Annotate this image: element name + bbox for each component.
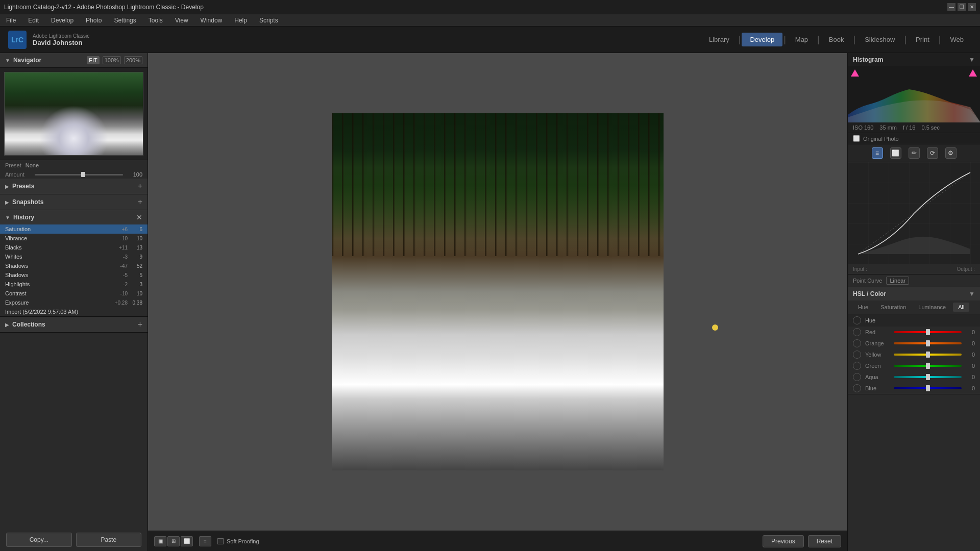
history-item-shadows1[interactable]: Shadows -47 52 bbox=[0, 261, 148, 270]
history-panel: ▼ History ✕ Saturation +6 6 Vibrance -10… bbox=[0, 210, 148, 317]
history-item-blacks-name: Blacks bbox=[5, 244, 110, 251]
hsl-blue-slider[interactable] bbox=[894, 387, 962, 389]
menu-file[interactable]: File bbox=[4, 17, 18, 24]
nav-tab-develop[interactable]: Develop bbox=[742, 33, 782, 46]
history-item-exposure[interactable]: Exposure +0.28 0.38 bbox=[0, 298, 148, 307]
red-eye-tool[interactable]: ⟳ bbox=[927, 147, 938, 159]
tone-curve-canvas[interactable] bbox=[848, 162, 980, 264]
hsl-hue-picker-icon[interactable] bbox=[853, 316, 861, 324]
history-item-blacks-value: 13 bbox=[130, 245, 142, 251]
menu-edit[interactable]: Edit bbox=[26, 17, 41, 24]
hsl-aqua-picker[interactable] bbox=[853, 373, 861, 381]
zoom-fit-button[interactable]: FIT bbox=[87, 56, 100, 64]
grid-view-button[interactable]: ⊞ bbox=[167, 536, 180, 546]
menu-develop[interactable]: Develop bbox=[49, 17, 76, 24]
histogram-clip-left-icon[interactable] bbox=[851, 69, 859, 77]
nav-tab-library[interactable]: Library bbox=[701, 33, 738, 46]
basic-panel-tool[interactable]: ≡ bbox=[872, 147, 883, 159]
zoom-200-button[interactable]: 200% bbox=[124, 56, 142, 64]
previous-button[interactable]: Previous bbox=[763, 535, 804, 547]
histogram-aperture: f / 16 bbox=[903, 124, 915, 131]
hsl-tab-hue[interactable]: Hue bbox=[853, 303, 873, 312]
history-item-whites[interactable]: Whites -3 9 bbox=[0, 252, 148, 261]
navigator-panel: ▼ Navigator FIT 100% 200% bbox=[0, 53, 148, 160]
histogram-header[interactable]: Histogram ▼ bbox=[848, 53, 980, 66]
hsl-aqua-thumb bbox=[926, 374, 930, 380]
menu-help[interactable]: Help bbox=[232, 17, 249, 24]
hsl-tab-all[interactable]: All bbox=[953, 303, 969, 312]
nav-separator-3: | bbox=[817, 34, 820, 45]
nav-tab-book[interactable]: Book bbox=[821, 33, 852, 46]
histogram-collapse-icon: ▼ bbox=[969, 56, 975, 63]
source-label: Original Photo bbox=[863, 136, 899, 142]
filmstrip-button[interactable]: ≡ bbox=[199, 536, 211, 546]
close-button[interactable]: ✕ bbox=[968, 3, 976, 11]
menu-tools[interactable]: Tools bbox=[146, 17, 165, 24]
hsl-orange-picker[interactable] bbox=[853, 339, 861, 347]
navigator-header[interactable]: ▼ Navigator FIT 100% 200% bbox=[0, 53, 148, 68]
nav-tab-map[interactable]: Map bbox=[787, 33, 816, 46]
hsl-yellow-slider[interactable] bbox=[894, 354, 962, 356]
soft-proof-checkbox[interactable] bbox=[217, 538, 224, 544]
menu-photo[interactable]: Photo bbox=[84, 17, 104, 24]
minimize-button[interactable]: — bbox=[947, 3, 955, 11]
history-item-shadows2[interactable]: Shadows -5 5 bbox=[0, 270, 148, 280]
menu-settings[interactable]: Settings bbox=[112, 17, 138, 24]
hsl-collapse-icon[interactable]: ▼ bbox=[969, 290, 975, 297]
nav-separator-2: | bbox=[783, 34, 786, 45]
hsl-aqua-label: Aqua bbox=[865, 374, 891, 380]
heal-tool[interactable]: ✏ bbox=[909, 147, 920, 159]
snapshots-add-button[interactable]: + bbox=[138, 197, 142, 207]
collections-add-button[interactable]: + bbox=[138, 320, 142, 329]
nav-tab-slideshow[interactable]: Slideshow bbox=[856, 33, 903, 46]
history-item-exposure-value: 0.38 bbox=[130, 300, 142, 306]
reset-button[interactable]: Reset bbox=[808, 535, 841, 547]
paste-button[interactable]: Paste bbox=[76, 533, 142, 547]
compare-view-button[interactable]: ⬜ bbox=[181, 536, 193, 546]
hsl-blue-picker[interactable] bbox=[853, 384, 861, 392]
menu-view[interactable]: View bbox=[173, 17, 190, 24]
history-header[interactable]: ▼ History ✕ bbox=[0, 210, 148, 224]
history-item-highlights[interactable]: Highlights -2 3 bbox=[0, 280, 148, 289]
hsl-yellow-picker[interactable] bbox=[853, 350, 861, 359]
source-icon: ⬜ bbox=[853, 135, 860, 142]
hsl-header[interactable]: HSL / Color ▼ bbox=[848, 287, 980, 300]
navigator-preview[interactable] bbox=[0, 68, 148, 160]
crop-tool[interactable]: ⬜ bbox=[890, 147, 901, 159]
presets-header[interactable]: ▶ Presets + bbox=[0, 179, 148, 194]
restore-button[interactable]: ❐ bbox=[958, 3, 966, 11]
nav-tab-web[interactable]: Web bbox=[942, 33, 972, 46]
history-item-shadows2-delta: -5 bbox=[112, 272, 128, 278]
hsl-green-picker[interactable] bbox=[853, 362, 861, 370]
nav-separator-4: | bbox=[853, 34, 855, 45]
collections-header[interactable]: ▶ Collections + bbox=[0, 317, 148, 332]
history-item-vibrance[interactable]: Vibrance -10 10 bbox=[0, 234, 148, 243]
hsl-aqua-slider[interactable] bbox=[894, 376, 962, 378]
history-item-saturation[interactable]: Saturation +6 6 bbox=[0, 224, 148, 234]
hsl-tab-luminance[interactable]: Luminance bbox=[913, 303, 951, 312]
menu-window[interactable]: Window bbox=[199, 17, 225, 24]
presets-add-button[interactable]: + bbox=[138, 182, 142, 191]
history-item-import[interactable]: Import (5/2/2022 9:57:03 AM) bbox=[0, 307, 148, 316]
window-controls: — ❐ ✕ bbox=[947, 3, 976, 11]
copy-button[interactable]: Copy... bbox=[6, 533, 72, 547]
hsl-red-slider[interactable] bbox=[894, 331, 962, 333]
history-item-contrast[interactable]: Contrast -10 10 bbox=[0, 289, 148, 298]
history-item-blacks[interactable]: Blacks +11 13 bbox=[0, 243, 148, 252]
menu-scripts[interactable]: Scripts bbox=[257, 17, 280, 24]
nav-tab-print[interactable]: Print bbox=[908, 33, 938, 46]
snapshots-header[interactable]: ▶ Snapshots + bbox=[0, 194, 148, 210]
mask-tool[interactable]: ⚙ bbox=[945, 147, 957, 159]
hsl-green-slider[interactable] bbox=[894, 365, 962, 367]
hsl-tab-saturation[interactable]: Saturation bbox=[875, 303, 911, 312]
nav-separator-5: | bbox=[904, 34, 906, 45]
history-close-button[interactable]: ✕ bbox=[136, 213, 142, 221]
hsl-red-picker[interactable] bbox=[853, 328, 861, 336]
histogram-clip-right-icon[interactable] bbox=[969, 69, 977, 77]
hsl-orange-slider[interactable] bbox=[894, 342, 962, 344]
point-curve-dropdown[interactable]: Linear bbox=[886, 277, 909, 285]
single-view-button[interactable]: ▣ bbox=[154, 536, 166, 546]
amount-slider[interactable] bbox=[35, 174, 123, 176]
top-toolbar: LrC Adobe Lightroom Classic David Johnst… bbox=[0, 27, 980, 53]
zoom-100-button[interactable]: 100% bbox=[103, 56, 121, 64]
